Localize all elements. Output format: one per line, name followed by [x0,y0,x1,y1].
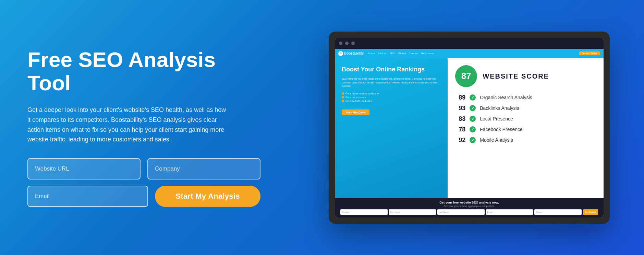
screen-nav-bar [335,38,604,49]
score-item-facebook: 78 Facebook Presence [455,126,596,133]
screen-bottom-title: Get your free website SEO analysis now. [340,201,598,204]
score-check-backlinks [470,105,476,111]
hero-description: Get a deeper look into your client's web… [27,105,230,144]
nav-link-careers: Careers [409,52,418,55]
checklist-item-1: Get a higher ranking on Google [342,92,441,95]
nav-link-partner: Partner [378,52,387,55]
score-number-facebook: 78 [455,126,465,133]
company-input[interactable] [147,158,260,179]
score-circle: 87 [455,65,477,87]
score-item-organic: 89 Organic Search Analysis [455,94,596,101]
email-input[interactable] [27,186,148,207]
screen-field-lastname: Last Name [437,209,485,215]
checklist-item-3: Increase traffic and sales [342,100,441,102]
screenshot-mockup: B Boostability About Partner SEO Global … [322,25,617,231]
score-label-facebook: Facebook Presence [480,127,523,132]
nav-dot-1 [339,42,342,45]
form-row-bottom: Start My Analysis [27,186,260,207]
screen-field-phone: Phone [534,209,582,215]
score-check-facebook [470,126,476,132]
check-dot-1 [342,92,344,95]
score-header: 87 WEBSITE SCORE [455,65,596,87]
screen-bottom-bar: Get your free website SEO analysis now. … [335,198,604,218]
nav-link-global: Global [398,52,406,55]
score-label-organic: Organic Search Analysis [480,95,532,100]
screen-score-panel: 87 WEBSITE SCORE 89 Organic Search Analy… [448,58,604,198]
score-check-organic [470,94,476,101]
boost-checklist: Get a higher ranking on Google Get more … [342,92,441,102]
screen-bottom-subtitle: See how you stack up against your compet… [340,205,598,207]
screen-quote-button[interactable]: See a Free Quote [342,109,369,115]
score-label-backlinks: Backlinks Analysis [480,105,519,111]
device-screen: B Boostability About Partner SEO Global … [335,38,604,218]
screen-nav-inner: B Boostability About Partner SEO Global … [335,49,604,58]
logo-icon: B [338,51,343,56]
check-dot-2 [342,96,344,98]
form-row-top [27,158,260,179]
nav-dot-2 [345,42,349,45]
hero-left: Free SEO Analysis Tool Get a deeper look… [27,48,260,207]
score-number-organic: 89 [455,94,465,101]
boost-description: SEO will bring you more leads, more cust… [342,77,441,88]
score-number-local: 83 [455,115,465,123]
boost-title: Boost Your Online Rankings [342,66,441,73]
score-items-list: 89 Organic Search Analysis 93 Backlinks … [455,94,596,144]
checklist-item-2: Get more exposure [342,96,441,98]
screen-body: Boost Your Online Rankings SEO will brin… [335,58,604,198]
screen-form-submit-btn: Get Started [583,209,598,215]
device-frame: B Boostability About Partner SEO Global … [329,32,610,224]
screen-field-website: Website [340,209,388,215]
screen-boost-panel: Boost Your Online Rankings SEO will brin… [335,58,448,198]
screen-logo: B Boostability [338,51,364,56]
screen-nav-cta: Contact Sales [579,51,600,55]
score-number-backlinks: 93 [455,105,465,112]
score-item-local: 83 Local Presence [455,115,596,123]
score-label-mobile: Mobile Analysis [480,137,513,143]
score-check-mobile [470,137,476,143]
screen-nav-links: About Partner SEO Global Careers Resourc… [368,52,434,55]
screen-field-firstname: First Name [389,209,436,215]
nav-link-resources: Resources [421,52,434,55]
score-label-local: Local Presence [480,116,513,121]
nav-link-about: About [368,52,375,55]
page-title: Free SEO Analysis Tool [27,48,260,95]
check-dot-3 [342,100,344,102]
screen-field-email: Email [486,209,533,215]
nav-link-seo: SEO [389,52,395,55]
score-number-mobile: 92 [455,137,465,144]
score-check-local [470,116,476,122]
start-analysis-button[interactable]: Start My Analysis [155,186,260,207]
score-item-backlinks: 93 Backlinks Analysis [455,105,596,112]
score-item-mobile: 92 Mobile Analysis [455,137,596,144]
nav-dot-3 [351,42,355,45]
website-url-input[interactable] [27,158,141,179]
screen-bottom-form: Website First Name Last Name Email Phone… [340,209,598,215]
score-label: WEBSITE SCORE [483,72,549,80]
